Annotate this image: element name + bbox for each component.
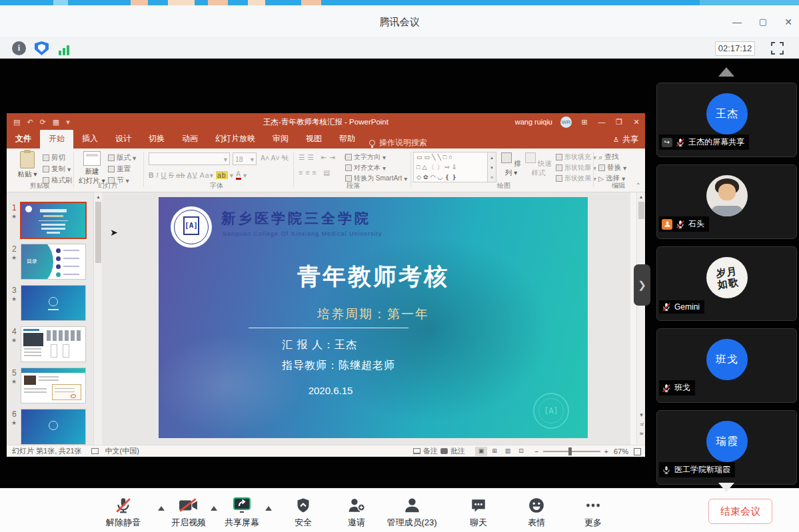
slide-thumbnail-4[interactable]: 4★ (11, 327, 91, 362)
font-name-combo[interactable]: ▾ (149, 152, 230, 165)
zoom-percentage[interactable]: 67% (614, 447, 628, 455)
text-direction-button[interactable]: 文字方向 ▾ (345, 152, 386, 162)
shape-outline-button[interactable]: 形状轮廓 ▾ (556, 163, 596, 172)
highlight-color-icon[interactable]: ab (216, 171, 228, 179)
shapes-gallery[interactable]: ▭▭╲╲□○□△〔〕⇨⇩◇✿◠◡❴❵ (413, 152, 488, 182)
font-style-buttons[interactable]: B I U S ab A̲V̲ Aa▾ ab▾ A▾ (149, 170, 247, 180)
security-button[interactable]: 安全 (295, 496, 312, 529)
scrollbar-thumb[interactable] (95, 202, 101, 263)
current-slide[interactable]: [A] 新乡医学院三全学院 Sanquan College Of Xinxian… (159, 197, 588, 438)
quick-styles-button[interactable]: 快速样式 (524, 152, 553, 178)
shapes-gallery-scroll[interactable]: ▴▾≡ (488, 152, 496, 182)
zoom-out-button[interactable]: − (534, 447, 538, 455)
language-label[interactable]: 中文(中国) (105, 446, 139, 456)
slide-vertical-scrollbar[interactable]: ▲ ▼ ≉ ≊ (636, 192, 645, 445)
end-meeting-button[interactable]: 结束会议 (708, 499, 772, 524)
maximize-button[interactable]: ▢ (753, 15, 773, 29)
grow-shrink-font[interactable]: A˄ A˅ ℀ (261, 154, 289, 162)
collapse-ribbon-icon[interactable]: ⌃ (636, 182, 641, 189)
fullscreen-icon[interactable] (771, 42, 784, 55)
ribbon-display-options-icon[interactable]: ⊞ (580, 118, 589, 127)
tell-me-search[interactable]: 操作说明搜索 (369, 137, 427, 148)
slideshow-button[interactable]: ⊡ (515, 447, 527, 456)
tab-animations[interactable]: 动画 (173, 130, 207, 148)
shape-effects-button[interactable]: 形状效果 ▾ (556, 174, 596, 183)
chat-button[interactable]: 聊天 (470, 496, 487, 529)
align-text-button[interactable]: 对齐文本 ▾ (345, 163, 386, 172)
zoom-slider[interactable] (543, 451, 600, 452)
slide-thumbnail-6[interactable]: 6★ (11, 409, 91, 444)
notes-button[interactable]: 备注 (423, 446, 438, 456)
start-video-button[interactable]: 开启视频 (171, 496, 206, 529)
thumbnail-scrollbar[interactable]: ▲ (93, 192, 102, 445)
zoom-in-button[interactable]: + (604, 447, 608, 455)
reading-view-button[interactable]: ▥ (502, 447, 514, 456)
more-button[interactable]: 更多 (584, 496, 602, 529)
ppt-restore-button[interactable]: ❐ (614, 118, 624, 127)
ppt-account-avatar[interactable]: WR (560, 117, 572, 128)
zoom-slider-thumb[interactable] (568, 447, 572, 455)
sidebar-collapse-handle[interactable]: ❯ (634, 264, 650, 306)
scroll-up-icon[interactable]: ▲ (637, 192, 645, 201)
participant-tile-shitou[interactable]: 石头 (656, 164, 797, 239)
ppt-minimize-button[interactable]: — (597, 118, 606, 126)
scroll-down-icon[interactable]: ▼ (637, 411, 646, 419)
minimize-button[interactable]: — (727, 15, 747, 29)
manage-members-button[interactable]: 管理成员(23) (387, 496, 436, 529)
share-options-caret[interactable] (265, 506, 272, 511)
tab-help[interactable]: 帮助 (331, 130, 364, 148)
macro-icon[interactable] (91, 448, 99, 454)
ppt-close-button[interactable]: ✕ (632, 118, 641, 127)
scrollbar-thumb[interactable] (638, 202, 644, 219)
tab-home[interactable]: 开始 (40, 130, 73, 148)
font-color-icon[interactable]: A (236, 170, 241, 180)
reset-button[interactable]: 重置 (108, 164, 131, 174)
mute-options-caret[interactable] (158, 506, 165, 511)
shape-fill-button[interactable]: 形状填充 ▾ (556, 152, 596, 162)
normal-view-button[interactable]: ▣ (475, 447, 487, 456)
paste-button[interactable]: 粘贴 ▾ (12, 151, 43, 179)
next-slide-button[interactable]: ≊ (637, 430, 646, 438)
close-button[interactable]: ✕ (778, 15, 798, 29)
emoji-button[interactable]: 表情 (528, 496, 545, 529)
meeting-info-icon[interactable]: i (12, 41, 26, 55)
align-buttons[interactable]: ≡≡≡ ▤ (299, 168, 333, 176)
meeting-security-shield-icon[interactable] (35, 41, 49, 55)
tab-transitions[interactable]: 切换 (140, 130, 173, 148)
tab-slideshow[interactable]: 幻灯片放映 (207, 130, 264, 148)
invite-button[interactable]: 邀请 (348, 496, 366, 529)
participant-tile-wangjie[interactable]: 王杰 ↪ 王杰的屏幕共享 (656, 83, 797, 157)
participant-tile-gemini[interactable]: 岁月如歌 Gemini (656, 246, 797, 321)
layout-button[interactable]: 版式 ▾ (108, 153, 136, 162)
slide-date-text: 2020.6.15 (291, 385, 371, 396)
slide-thumbnail-2[interactable]: 2★ 目录 (11, 244, 91, 279)
tab-view[interactable]: 视图 (297, 130, 331, 148)
slide-sorter-button[interactable]: ⊞ (488, 447, 500, 456)
participants-scroll-down-icon[interactable] (718, 483, 734, 492)
previous-slide-button[interactable]: ≉ (637, 421, 646, 429)
font-size-combo[interactable]: 18▾ (233, 152, 257, 165)
participants-scroll-up-icon[interactable] (718, 67, 734, 77)
slide-thumbnail-3[interactable]: 3★ (11, 286, 91, 320)
network-signal-icon[interactable] (59, 41, 73, 55)
list-buttons[interactable]: ☰☰ ⇤⇥ ⇳ (299, 153, 351, 161)
tab-insert[interactable]: 插入 (73, 130, 107, 148)
participant-tile-bange[interactable]: 班戈 班戈 (656, 328, 797, 403)
tab-review[interactable]: 审阅 (264, 130, 297, 148)
share-screen-button[interactable]: 共享屏幕 (225, 496, 259, 529)
arrange-button[interactable]: 排列 ▾ (500, 152, 522, 178)
tab-design[interactable]: 设计 (107, 130, 140, 148)
cut-button[interactable]: 剪切 (43, 153, 65, 162)
comments-button[interactable]: 批注 (450, 446, 465, 456)
replace-button[interactable]: 替换 ▾ (598, 163, 626, 172)
copy-button[interactable]: 复制 ▾ (43, 164, 71, 174)
ppt-share-button[interactable]: ♙共享 (613, 134, 638, 145)
fit-slide-icon[interactable] (634, 448, 641, 455)
video-options-caret[interactable] (211, 506, 217, 511)
slide-thumbnail-5[interactable]: 5★ (11, 368, 91, 403)
find-button[interactable]: ⌕查找 (598, 152, 618, 162)
unmute-button[interactable]: 解除静音 (106, 496, 141, 529)
slide-thumbnail-1[interactable]: 1★ (11, 203, 91, 238)
participant-tile-ruixia[interactable]: 瑞霞 医工学院靳瑞霞 (656, 410, 797, 485)
tab-file[interactable]: 文件 (7, 130, 40, 148)
